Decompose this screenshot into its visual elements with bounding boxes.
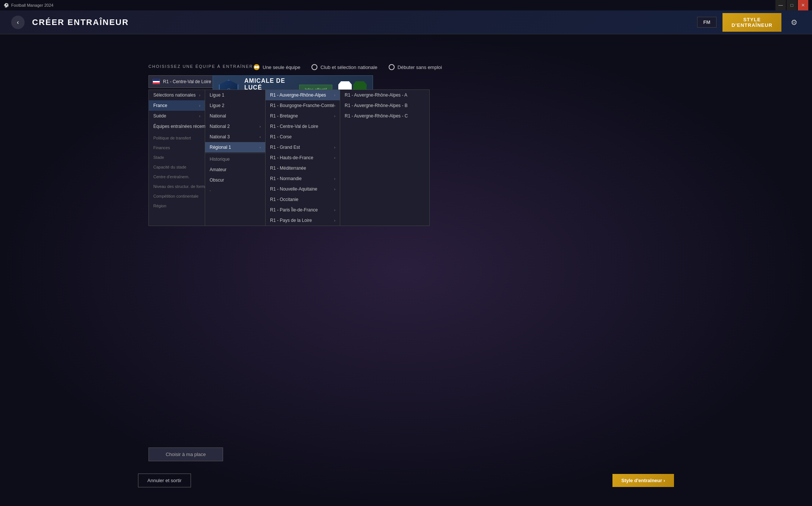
radio-club-selection[interactable]: Club et sélection nationale	[311, 64, 377, 70]
menu-item-amateur[interactable]: Amateur	[205, 164, 265, 175]
main-content: CHOISISSEZ UNE ÉQUIPE À ENTRAÎNER Une se…	[0, 34, 812, 506]
back-icon: ‹	[17, 19, 19, 26]
auvergne-submenu: R1 - Auvergne-Rhône-Alpes - A R1 - Auver…	[340, 89, 430, 226]
choisir-ma-place-button[interactable]: Choisir à ma place	[148, 447, 223, 461]
filter-region[interactable]: Région	[149, 201, 205, 211]
menu-item-auvergne-b[interactable]: R1 - Auvergne-Rhône-Alpes - B	[340, 100, 429, 111]
menu-label: Obscur	[210, 177, 224, 183]
menu-item-r1-mediterranee[interactable]: R1 - Méditerranée	[266, 163, 340, 173]
settings-icon[interactable]: ⚙	[787, 16, 801, 29]
menu-label: R1 - Bretagne	[270, 113, 298, 119]
menu-item-auvergne-c[interactable]: R1 - Auvergne-Rhône-Alpes - C	[340, 111, 429, 121]
filter-label: Finances	[153, 145, 170, 150]
menu-label: R1 - Pays de la Loire	[270, 218, 312, 223]
menu-item-auvergne-a[interactable]: R1 - Auvergne-Rhône-Alpes - A	[340, 90, 429, 100]
annuler-sortir-button[interactable]: Annuler et sortir	[138, 474, 191, 487]
menu-item-dash: -	[205, 185, 265, 195]
menu-label: R1 - Corse	[270, 134, 292, 139]
menu-label: Régional 1	[210, 145, 231, 150]
filter-competition[interactable]: Compétition continentale	[149, 191, 205, 201]
chevron-right-icon: ›	[199, 104, 200, 108]
menu-item-selections-nationales[interactable]: Sélections nationales ›	[149, 90, 205, 100]
menu-item-national[interactable]: National	[205, 111, 265, 121]
menu-label: France	[153, 103, 167, 108]
back-button[interactable]: ‹	[11, 16, 25, 29]
menu-label: R1 - Auvergne-Rhône-Alpes - A	[345, 92, 407, 98]
header-bar: ‹ CRÉER ENTRAÎNEUR FM STYLED'ENTRAÎNEUR …	[0, 10, 812, 34]
chevron-right-icon: ›	[334, 114, 335, 118]
france-leagues-menu: Ligue 1 Ligue 2 National National 2 › Na…	[205, 89, 266, 226]
style-entraineur-header-button[interactable]: STYLED'ENTRAÎNEUR	[722, 13, 781, 32]
chevron-right-icon: ›	[334, 104, 335, 108]
menu-item-obscur[interactable]: Obscur	[205, 175, 265, 185]
menu-item-equipes-recentes[interactable]: Équipes entraînées récemment	[149, 121, 205, 132]
page-title: CRÉER ENTRAÎNEUR	[32, 18, 129, 27]
filter-politique[interactable]: Politique de transfert	[149, 133, 205, 143]
club-name: AMICALE DE LUCÉ	[244, 78, 293, 91]
filter-label: Niveau des structur. de formation	[153, 184, 213, 189]
style-entraineur-bottom-button[interactable]: Style d'entraîneur ›	[612, 474, 674, 487]
menu-label: R1 - Méditerranée	[270, 166, 306, 171]
filter-structures[interactable]: Niveau des structur. de formation	[149, 182, 205, 191]
menu-item-r1-bourgogne[interactable]: R1 - Bourgogne-Franche-Comté ›	[266, 100, 340, 111]
menu-label: Suède	[153, 113, 166, 119]
menu-label: National	[210, 113, 226, 119]
chevron-right-icon: ›	[334, 93, 335, 97]
filter-finances[interactable]: Finances	[149, 143, 205, 153]
radio-circle-club	[311, 64, 317, 70]
chevron-right-icon: ›	[334, 219, 335, 223]
menu-label: -	[210, 188, 211, 192]
chevron-right-icon: ›	[199, 93, 200, 97]
menu-label: Ligue 1	[210, 92, 224, 98]
chevron-right-icon: ›	[260, 135, 261, 139]
filter-label: Capacité du stade	[153, 165, 186, 169]
filter-label: Région	[153, 204, 166, 208]
menu-item-suede[interactable]: Suède ›	[149, 111, 205, 121]
menu-item-france[interactable]: France ›	[149, 100, 205, 111]
choose-team-label: CHOISISSEZ UNE ÉQUIPE À ENTRAÎNER	[148, 64, 253, 69]
menu-item-r1-normandie[interactable]: R1 - Normandie ›	[266, 173, 340, 184]
close-button[interactable]: ✕	[798, 0, 808, 10]
filter-label: Centre d'entraînem.	[153, 175, 189, 179]
menu-item-ligue2[interactable]: Ligue 2	[205, 100, 265, 111]
historique-label: Historique	[210, 157, 230, 162]
app-title: ⚽ Football Manager 2024	[4, 3, 53, 8]
region-dropdown[interactable]: R1 - Centre-Val de Loire ▼	[148, 75, 223, 88]
menu-item-national2[interactable]: National 2 ›	[205, 121, 265, 132]
menu-item-ligue1[interactable]: Ligue 1	[205, 90, 265, 100]
maximize-button[interactable]: □	[787, 0, 797, 10]
minimize-button[interactable]: —	[775, 0, 786, 10]
menu-item-r1-occitanie[interactable]: R1 - Occitanie	[266, 194, 340, 205]
chevron-right-icon: ›	[334, 156, 335, 160]
menu-item-r1-auvergne[interactable]: R1 - Auvergne-Rhône-Alpes ›	[266, 90, 340, 100]
historique-title: Historique	[205, 153, 265, 164]
menu-item-r1-corse[interactable]: R1 - Corse	[266, 132, 340, 142]
menu-label: R1 - Hauts-de-France	[270, 155, 313, 160]
filter-capacite[interactable]: Capacité du stade	[149, 162, 205, 172]
radio-debuter-sans-emploi[interactable]: Débuter sans emploi	[389, 64, 442, 70]
menu-item-r1-paris[interactable]: R1 - Paris Île-de-France ›	[266, 205, 340, 215]
filter-stade[interactable]: Stade	[149, 153, 205, 162]
menu-item-r1-pays-de-la-loire[interactable]: R1 - Pays de la Loire ›	[266, 215, 340, 226]
filter-centre[interactable]: Centre d'entraînem.	[149, 172, 205, 182]
chevron-right-icon: ›	[199, 114, 200, 118]
menu-label: National 2	[210, 124, 230, 129]
filter-label: Compétition continentale	[153, 194, 198, 198]
menu-item-r1-centre[interactable]: R1 - Centre-Val de Loire	[266, 121, 340, 132]
menu-label: R1 - Centre-Val de Loire	[270, 124, 318, 129]
app-title-text: Football Manager 2024	[11, 3, 53, 7]
radio-circle-selected	[254, 64, 260, 70]
menu-item-regional1[interactable]: Régional 1 ›	[205, 142, 265, 153]
menu-item-r1-grand-est[interactable]: R1 - Grand Est ›	[266, 142, 340, 153]
radio-circle-debuter	[389, 64, 395, 70]
radio-une-seule-equipe[interactable]: Une seule équipe	[254, 64, 300, 70]
header-left: ‹ CRÉER ENTRAÎNEUR	[11, 16, 129, 29]
menu-label: R1 - Occitanie	[270, 197, 298, 202]
menu-label: R1 - Auvergne-Rhône-Alpes	[270, 92, 326, 98]
menu-item-r1-hauts-de-france[interactable]: R1 - Hauts-de-France ›	[266, 153, 340, 163]
header-right: FM STYLED'ENTRAÎNEUR ⚙	[697, 13, 801, 32]
radio-label-une-seule: Une seule équipe	[263, 65, 300, 70]
menu-item-r1-bretagne[interactable]: R1 - Bretagne ›	[266, 111, 340, 121]
menu-item-national3[interactable]: National 3 ›	[205, 132, 265, 142]
menu-item-r1-nouvelle-aquitaine[interactable]: R1 - Nouvelle-Aquitaine ›	[266, 184, 340, 194]
